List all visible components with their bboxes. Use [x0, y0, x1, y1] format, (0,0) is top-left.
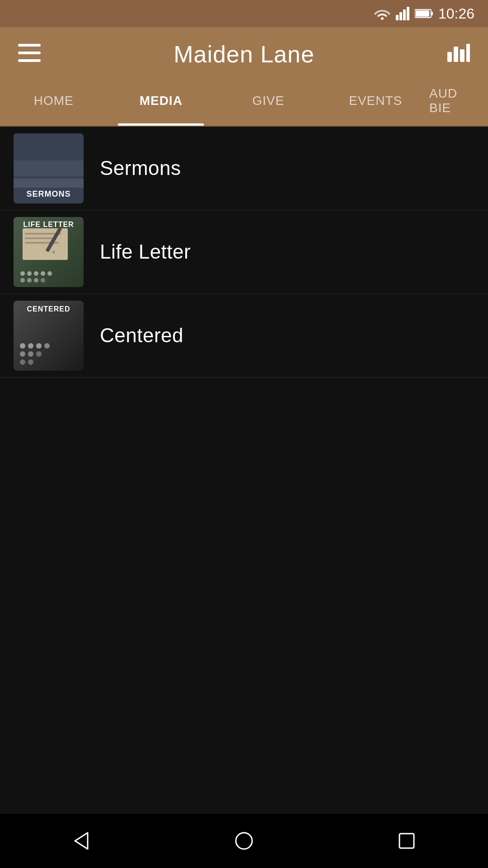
- life-letter-thumb-label: LIFE LETTER: [14, 221, 84, 229]
- navigation-tabs: HOME MEDIA GIVE EVENTS AUDBIE: [0, 81, 488, 127]
- svg-point-31: [27, 278, 32, 283]
- bottom-navigation: [0, 814, 488, 868]
- svg-rect-2: [403, 9, 406, 20]
- svg-point-43: [28, 359, 33, 365]
- svg-rect-3: [407, 7, 409, 20]
- sermons-label: Sermons: [100, 157, 181, 179]
- media-list: SERMONS Sermons: [0, 127, 488, 377]
- battery-icon: [415, 9, 433, 19]
- signal-icon: [396, 7, 409, 20]
- svg-point-27: [34, 271, 38, 276]
- svg-point-39: [20, 351, 25, 357]
- sermons-thumbnail: SERMONS: [14, 133, 84, 203]
- status-time: 10:26: [438, 5, 474, 22]
- tab-give[interactable]: GIVE: [215, 81, 322, 126]
- svg-rect-17: [14, 133, 84, 160]
- tab-home[interactable]: HOME: [0, 81, 108, 126]
- centered-label: Centered: [100, 324, 183, 347]
- life-letter-thumbnail: LIFE LETTER: [14, 217, 84, 287]
- svg-point-28: [41, 271, 45, 276]
- svg-marker-44: [75, 833, 88, 849]
- svg-point-42: [20, 359, 25, 365]
- svg-rect-46: [399, 834, 414, 848]
- wifi-icon: [374, 7, 390, 20]
- app-title: Maiden Lane: [174, 41, 314, 68]
- list-item-sermons[interactable]: SERMONS Sermons: [0, 127, 488, 210]
- svg-point-41: [36, 351, 42, 357]
- svg-point-29: [47, 271, 52, 276]
- svg-point-33: [41, 278, 45, 283]
- svg-point-26: [27, 271, 32, 276]
- svg-rect-5: [431, 12, 433, 15]
- status-icons: 10:26: [374, 5, 474, 22]
- svg-rect-1: [399, 12, 402, 20]
- svg-rect-13: [466, 44, 470, 62]
- centered-thumbnail: CENTERED: [14, 301, 84, 371]
- life-letter-label: Life Letter: [100, 241, 191, 263]
- sermons-thumb-label: SERMONS: [14, 189, 84, 199]
- svg-rect-9: [18, 59, 41, 62]
- hamburger-menu-button[interactable]: [18, 44, 41, 65]
- home-button[interactable]: [226, 823, 262, 859]
- svg-rect-8: [18, 52, 41, 54]
- svg-point-30: [20, 278, 25, 283]
- tab-media[interactable]: MEDIA: [108, 81, 215, 126]
- svg-point-40: [28, 351, 33, 357]
- svg-rect-0: [396, 15, 399, 20]
- list-item-life-letter[interactable]: LIFE LETTER Life Letter: [0, 210, 488, 294]
- recent-apps-button[interactable]: [389, 823, 425, 859]
- svg-point-37: [36, 343, 42, 349]
- svg-point-38: [44, 343, 50, 349]
- svg-point-35: [20, 343, 25, 349]
- svg-point-45: [236, 833, 252, 849]
- back-button[interactable]: [63, 823, 99, 859]
- svg-point-25: [20, 271, 25, 276]
- app-header: Maiden Lane: [0, 27, 488, 81]
- svg-rect-11: [454, 47, 458, 62]
- tab-audio-bible[interactable]: AUDBIE: [429, 81, 488, 126]
- status-bar: 10:26: [0, 0, 488, 27]
- svg-rect-12: [460, 49, 465, 62]
- centered-thumb-label: CENTERED: [14, 305, 84, 313]
- svg-rect-6: [416, 10, 429, 17]
- tab-events[interactable]: EVENTS: [322, 81, 430, 126]
- svg-point-32: [34, 278, 38, 283]
- chart-button[interactable]: [447, 42, 470, 66]
- svg-point-36: [28, 343, 33, 349]
- svg-rect-7: [18, 44, 41, 47]
- list-item-centered[interactable]: CENTERED Centered: [0, 294, 488, 377]
- svg-rect-21: [25, 237, 56, 239]
- svg-rect-10: [447, 52, 452, 62]
